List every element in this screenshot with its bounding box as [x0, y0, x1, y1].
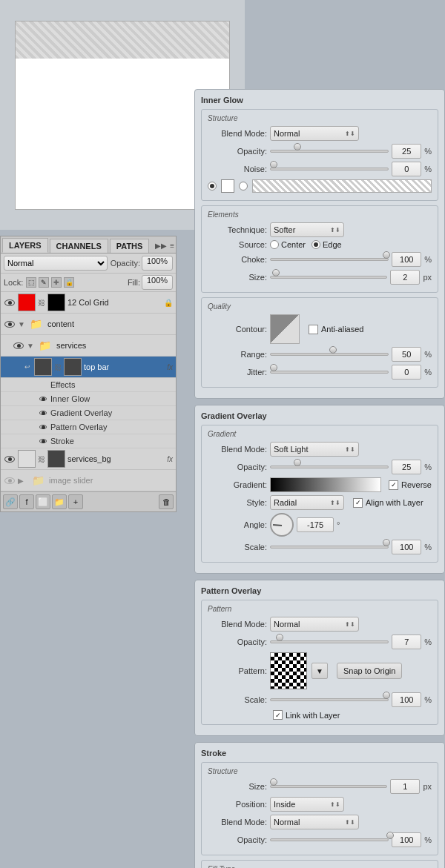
effect-row-inner-glow[interactable]: Inner Glow [1, 392, 176, 406]
anti-aliased-checkbox[interactable] [309, 325, 318, 334]
delete-layer-btn[interactable]: 🗑 [159, 494, 174, 509]
technique-dropdown[interactable]: Softer ⬆⬇ [270, 222, 344, 237]
choke-thumb[interactable] [383, 251, 390, 259]
noise-slider-thumb[interactable] [270, 161, 277, 168]
pattern-picker-btn[interactable]: ▼ [312, 663, 328, 679]
stroke-size-slider[interactable] [270, 781, 387, 792]
tab-layers[interactable]: LAYERS [2, 238, 48, 253]
new-group-btn[interactable]: 📁 [52, 494, 67, 509]
po-scale-slider[interactable] [270, 694, 389, 706]
range-thumb[interactable] [329, 346, 337, 354]
source-edge[interactable]: Edge [312, 240, 342, 249]
go-opacity-value[interactable]: 25 [392, 460, 421, 474]
layer-row-content[interactable]: ▼ 📁 content [1, 314, 176, 335]
go-blend-dropdown[interactable]: Soft Light ⬆⬇ [270, 442, 359, 457]
tab-paths[interactable]: PATHS [110, 239, 150, 253]
po-opacity-slider[interactable] [270, 636, 389, 648]
gradient-preview-box[interactable] [252, 179, 432, 193]
size-slider[interactable] [270, 271, 387, 283]
collapse-arrow-services[interactable]: ▼ [27, 342, 34, 350]
effect-row-gradient[interactable]: Gradient Overlay [1, 406, 176, 420]
noise-slider[interactable] [270, 163, 389, 175]
solid-color-radio[interactable] [208, 182, 217, 191]
eye-icon-stroke[interactable] [38, 435, 48, 447]
range-value[interactable]: 50 [392, 347, 421, 362]
blend-mode-dropdown[interactable]: Normal ⬆⬇ [270, 126, 359, 141]
opacity-input[interactable]: 100% [142, 256, 173, 271]
effects-header-row[interactable]: Effects [1, 378, 176, 392]
panel-menu-icon[interactable]: ≡ [170, 242, 174, 250]
po-opacity-thumb[interactable] [276, 634, 283, 641]
size-thumb[interactable] [272, 269, 280, 276]
go-scale-thumb[interactable] [383, 539, 390, 546]
link-layer-checkbox[interactable] [273, 710, 283, 720]
gradient-long-preview[interactable] [270, 477, 381, 492]
angle-wheel[interactable] [270, 513, 294, 537]
collapse-arrow[interactable]: ▼ [18, 320, 25, 328]
snap-to-origin-btn[interactable]: Snap to Origin [337, 663, 402, 679]
layer-row-12-col-grid[interactable]: ⛓ 12 Col Grid 🔒 [1, 292, 176, 314]
go-opacity-thumb[interactable] [294, 459, 301, 466]
layer-row-top-bar[interactable]: ↩ ⛓ top bar fx [1, 357, 176, 378]
link-layers-btn[interactable]: 🔗 [3, 494, 18, 509]
source-center[interactable]: Center [270, 240, 306, 249]
reverse-checkbox[interactable] [389, 480, 398, 490]
po-scale-value[interactable]: 100 [392, 692, 421, 707]
jitter-thumb[interactable] [270, 364, 277, 371]
opacity-value[interactable]: 25 [392, 144, 421, 159]
range-slider[interactable] [270, 348, 389, 360]
go-opacity-slider[interactable] [270, 461, 389, 473]
contour-preview[interactable] [270, 314, 300, 344]
effect-row-stroke[interactable]: Stroke [1, 434, 176, 448]
eye-icon-pattern[interactable] [38, 421, 48, 433]
po-scale-thumb[interactable] [383, 692, 390, 699]
edge-radio[interactable] [312, 240, 320, 249]
layer-row-image-slider[interactable]: ▶ 📁 image slider [1, 470, 176, 491]
new-layer-btn[interactable]: + [68, 494, 83, 509]
po-opacity-value[interactable]: 7 [392, 635, 421, 649]
eye-icon-services-bg[interactable] [4, 453, 16, 465]
lock-all-icon[interactable]: 🔒 [64, 277, 74, 288]
go-angle-value[interactable]: -175 [297, 517, 334, 532]
stroke-position-dropdown[interactable]: Inside ⬆⬇ [270, 797, 344, 812]
stroke-opacity-slider[interactable] [270, 834, 389, 846]
pattern-preview[interactable] [270, 652, 307, 689]
panel-forward-icon[interactable]: ▶▶ [155, 242, 167, 250]
noise-value[interactable]: 0 [392, 162, 421, 176]
po-blend-dropdown[interactable]: Normal ⬆⬇ [270, 617, 359, 632]
blend-mode-select[interactable]: Normal [4, 256, 108, 271]
eye-icon-services[interactable] [13, 339, 24, 351]
opacity-slider[interactable] [270, 145, 389, 157]
stroke-size-thumb[interactable] [270, 778, 277, 786]
eye-icon-gradient[interactable] [38, 407, 48, 419]
expand-arrow[interactable]: ▶ [18, 477, 24, 485]
lock-transparent-icon[interactable]: ⬚ [26, 277, 36, 288]
tab-channels[interactable]: CHANNELS [50, 239, 108, 253]
size-value-ig[interactable]: 2 [390, 270, 420, 285]
eye-icon-image-slider[interactable] [4, 474, 16, 486]
stroke-blend-dropdown[interactable]: Normal ⬆⬇ [270, 815, 359, 829]
stroke-opacity-value[interactable]: 100 [392, 832, 421, 847]
stroke-size-value[interactable]: 1 [390, 779, 420, 794]
go-style-dropdown[interactable]: Radial ⬆⬇ [270, 495, 344, 510]
choke-value[interactable]: 100 [392, 252, 421, 267]
eye-icon-inner-glow[interactable] [38, 393, 48, 405]
go-scale-value[interactable]: 100 [392, 540, 421, 554]
fill-input[interactable]: 100% [142, 275, 173, 290]
layer-row-services[interactable]: ▼ 📁 services [1, 335, 176, 357]
add-style-btn[interactable]: f [19, 494, 34, 509]
layer-row-services-bg[interactable]: ⛓ services_bg fx [1, 448, 176, 470]
opacity-slider-thumb[interactable] [294, 143, 301, 150]
jitter-slider[interactable] [270, 366, 389, 378]
jitter-value[interactable]: 0 [392, 365, 421, 380]
center-radio[interactable] [270, 240, 279, 249]
lock-position-icon[interactable]: ✛ [51, 277, 62, 288]
eye-icon-content[interactable] [4, 318, 16, 330]
stroke-opacity-thumb[interactable] [386, 832, 394, 839]
gradient-radio[interactable] [239, 182, 248, 191]
eye-icon-12-col[interactable] [4, 296, 16, 308]
choke-slider[interactable] [270, 254, 389, 265]
add-mask-btn[interactable]: ⬜ [36, 494, 50, 509]
align-layer-checkbox[interactable] [353, 498, 363, 508]
color-box-white[interactable] [221, 179, 234, 193]
